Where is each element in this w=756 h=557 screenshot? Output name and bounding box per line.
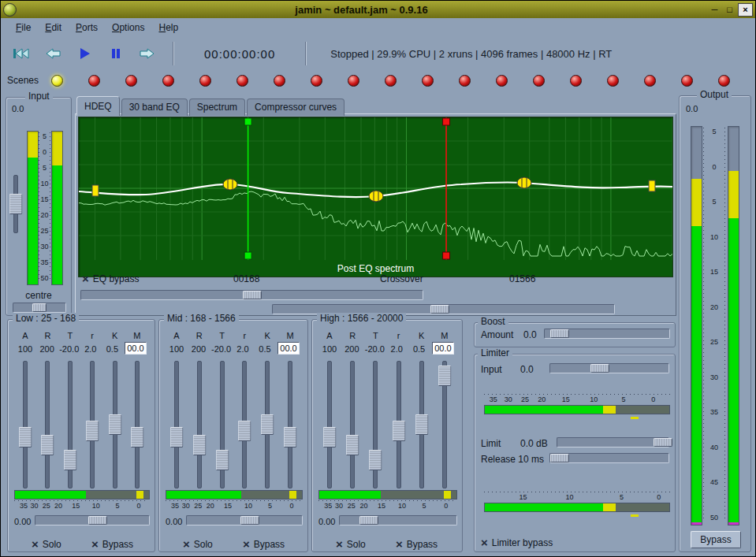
low-crossover-line-top-handle[interactable] [244,118,251,125]
play-button[interactable] [69,41,100,66]
scene-led-6[interactable] [236,75,248,87]
minimize-button[interactable]: ─ [708,4,721,16]
fader-handle[interactable] [215,450,229,470]
makeup-entry[interactable]: 00.0 [277,342,300,355]
titlebar[interactable]: jamin ~ default.jam ~ 0.9.16 ─ □ × [1,1,755,18]
fader-handle[interactable] [261,414,274,435]
eq-control-point[interactable] [223,179,237,190]
scene-led-19[interactable] [718,75,730,87]
band-fader[interactable] [281,361,300,488]
scene-led-17[interactable] [644,75,656,87]
maximize-button[interactable]: □ [723,4,736,16]
fader-handle[interactable] [170,427,184,447]
band-gain-slider[interactable] [186,515,303,525]
low-crossover-handle[interactable] [243,291,262,299]
limiter-input-slider[interactable] [549,363,669,373]
back-button[interactable] [37,41,69,66]
window-icon[interactable] [3,3,17,17]
band-fader[interactable] [320,361,339,488]
fader-handle[interactable] [238,421,251,441]
close-button[interactable]: × [738,3,753,17]
scene-led-2[interactable] [88,75,100,87]
limit-slider[interactable] [557,437,669,447]
fader-handle[interactable] [63,450,76,470]
band-fader[interactable] [106,361,125,488]
boost-slider[interactable] [544,329,670,339]
band-bypass-checkbox[interactable]: Bypass [396,539,438,550]
high-crossover-line-bottom-handle[interactable] [443,252,450,259]
band-gain-handle[interactable] [88,516,107,525]
band-fader[interactable] [190,361,209,488]
boost-handle[interactable] [550,329,569,338]
eq-edge-handle[interactable] [649,180,655,191]
band-fader[interactable] [412,361,431,488]
scene-led-15[interactable] [570,75,582,87]
band-fader[interactable] [128,361,147,488]
scene-led-4[interactable] [162,75,174,87]
fader-handle[interactable] [19,427,32,447]
fader-handle[interactable] [323,427,337,447]
band-fader[interactable] [83,361,102,488]
fader-handle[interactable] [130,427,143,447]
fader-handle[interactable] [346,435,359,455]
limit-handle[interactable] [654,438,672,447]
band-fader[interactable] [167,361,186,488]
band-fader[interactable] [389,361,408,488]
limiter-bypass-checkbox[interactable]: Limiter bypass [481,537,553,548]
fader-handle[interactable] [369,450,382,470]
scene-led-12[interactable] [459,75,471,87]
scene-led-8[interactable] [311,75,322,87]
scene-led-3[interactable] [125,75,137,87]
menu-edit[interactable]: Edit [38,20,69,35]
band-gain-handle[interactable] [240,516,259,525]
band-bypass-checkbox[interactable]: Bypass [243,539,285,550]
band-fader[interactable] [366,361,385,488]
solo-checkbox[interactable]: Solo [32,539,61,550]
solo-checkbox[interactable]: Solo [336,539,366,550]
scene-led-18[interactable] [681,75,693,87]
scene-led-9[interactable] [348,75,359,87]
menu-help[interactable]: Help [151,20,185,35]
input-balance-slider[interactable] [9,175,23,233]
eq-control-point[interactable] [517,177,531,188]
scene-led-10[interactable] [385,75,397,87]
release-slider[interactable] [549,453,669,463]
high-crossover-handle[interactable] [430,305,449,314]
tab-30-band-eq[interactable]: 30 band EQ [121,98,188,116]
low-crossover-slider[interactable] [80,290,423,300]
band-fader[interactable] [61,361,80,488]
hdeq-graph[interactable]: Post EQ spectrum [78,117,673,277]
input-balance-handle[interactable] [9,194,23,214]
skip-start-button[interactable] [6,41,37,66]
scene-led-13[interactable] [496,75,508,87]
eq-control-point[interactable] [369,191,383,202]
fader-handle[interactable] [86,421,99,441]
low-crossover-line-bottom-handle[interactable] [244,252,251,259]
release-handle[interactable] [550,454,569,462]
output-bypass-button[interactable]: Bypass [691,531,741,548]
tab-hdeq[interactable]: HDEQ [76,96,120,116]
fader-handle[interactable] [392,421,405,441]
fader-handle[interactable] [438,366,451,386]
eq-edge-handle[interactable] [92,185,99,196]
solo-checkbox[interactable]: Solo [183,539,213,550]
band-gain-slider[interactable] [339,515,457,525]
limiter-input-handle[interactable] [590,364,609,373]
band-bypass-checkbox[interactable]: Bypass [91,539,133,550]
scene-led-5[interactable] [199,75,211,87]
fader-handle[interactable] [415,414,428,435]
tab-compressor-curves[interactable]: Compressor curves [247,98,344,116]
hdeq-plot[interactable] [79,117,672,260]
pause-button[interactable] [100,41,132,66]
makeup-entry[interactable]: 00.0 [432,342,454,355]
band-gain-handle[interactable] [359,516,378,525]
band-fader[interactable] [38,361,57,488]
band-fader[interactable] [235,361,254,488]
scene-led-14[interactable] [533,75,545,87]
menu-ports[interactable]: Ports [69,20,105,35]
scene-led-11[interactable] [422,75,434,87]
scene-led-7[interactable] [274,75,285,87]
band-fader[interactable] [258,361,277,488]
high-crossover-line-top-handle[interactable] [443,118,450,125]
band-fader[interactable] [16,361,35,488]
